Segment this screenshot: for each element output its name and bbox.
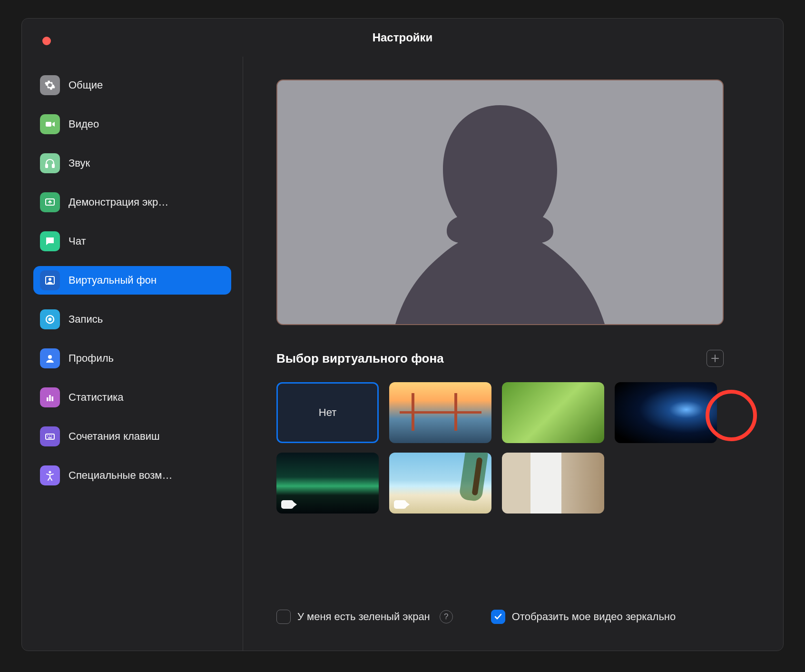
plus-icon [710,354,720,363]
main-panel: Выбор виртуального фона Нет [243,57,783,651]
svg-point-7 [49,318,52,321]
help-icon[interactable]: ? [440,610,453,623]
close-window-button[interactable] [42,37,51,45]
svg-rect-1 [46,164,48,168]
sidebar-item-label: Общие [69,79,103,91]
background-option-none[interactable]: Нет [276,382,379,443]
headphones-icon [40,153,60,173]
mirror-video-option: Отобразить мое видео зеркально [491,610,676,624]
background-grid: Нет [276,382,733,514]
chat-icon [40,231,60,251]
svg-rect-10 [49,395,51,401]
svg-rect-11 [52,396,54,401]
sidebar-item-label: Виртуальный фон [69,274,157,287]
green-screen-option: У меня есть зеленый экран ? [276,610,453,624]
profile-icon [40,348,60,368]
sidebar-item-general[interactable]: Общие [33,71,231,99]
sidebar-item-statistics[interactable]: Статистика [33,383,231,412]
background-option-earth[interactable] [615,382,717,443]
sidebar-item-label: Запись [69,313,103,326]
sidebar-item-chat[interactable]: Чат [33,227,231,256]
checkmark-icon [494,613,502,621]
gear-icon [40,75,60,95]
record-icon [40,309,60,329]
svg-point-15 [51,435,52,436]
add-background-button[interactable] [707,350,724,367]
video-preview [276,79,724,325]
video-icon [40,114,60,134]
options-row: У меня есть зеленый экран ? Отобразить м… [276,610,755,624]
svg-point-13 [47,435,48,436]
titlebar: Настройки [22,19,783,57]
accessibility-icon [40,465,60,485]
background-option-room[interactable] [502,453,604,514]
sidebar-item-accessibility[interactable]: Специальные возм… [33,461,231,490]
sidebar-item-label: Чат [69,235,86,247]
svg-point-8 [48,355,52,359]
svg-point-17 [49,471,51,474]
virtual-bg-icon [40,270,60,290]
background-option-grass[interactable] [502,382,604,443]
svg-point-5 [49,278,51,281]
section-header: Выбор виртуального фона [276,350,724,367]
sidebar-item-label: Статистика [69,391,124,404]
sidebar: Общие Видео Звук Демонстрация экр… [22,57,243,651]
sidebar-item-label: Звук [69,157,90,169]
keyboard-icon [40,426,60,446]
stats-icon [40,387,60,407]
window-title: Настройки [373,31,433,44]
avatar-silhouette-icon [376,100,624,324]
sidebar-item-video[interactable]: Видео [33,110,231,138]
sidebar-item-profile[interactable]: Профиль [33,344,231,373]
svg-rect-2 [52,164,54,168]
video-badge-icon [394,500,406,509]
svg-rect-16 [48,437,52,438]
svg-rect-12 [46,434,54,439]
svg-point-14 [49,435,50,436]
sidebar-item-keyboard-shortcuts[interactable]: Сочетания клавиш [33,422,231,451]
sidebar-item-audio[interactable]: Звук [33,149,231,178]
sidebar-item-label: Специальные возм… [69,469,172,482]
section-title: Выбор виртуального фона [276,351,444,366]
video-badge-icon [281,500,294,509]
background-option-label: Нет [319,406,336,419]
settings-window: Настройки Общие Видео Звук [21,18,784,651]
sidebar-item-label: Видео [69,118,99,130]
background-option-bridge[interactable] [389,382,491,443]
svg-rect-9 [47,397,49,401]
green-screen-label: У меня есть зеленый экран [297,611,430,623]
mirror-video-checkbox[interactable] [491,610,505,624]
sidebar-item-recording[interactable]: Запись [33,305,231,334]
sidebar-item-label: Демонстрация экр… [69,196,168,208]
sidebar-item-share-screen[interactable]: Демонстрация экр… [33,188,231,217]
green-screen-checkbox[interactable] [276,610,291,624]
window-body: Общие Видео Звук Демонстрация экр… [22,57,783,651]
share-screen-icon [40,192,60,212]
background-option-beach[interactable] [389,453,491,514]
mirror-video-label: Отобразить мое видео зеркально [512,611,676,623]
sidebar-item-virtual-background[interactable]: Виртуальный фон [33,266,231,295]
background-option-aurora[interactable] [276,453,379,514]
sidebar-item-label: Профиль [69,352,114,365]
sidebar-item-label: Сочетания клавиш [69,430,160,443]
svg-rect-0 [46,122,51,127]
